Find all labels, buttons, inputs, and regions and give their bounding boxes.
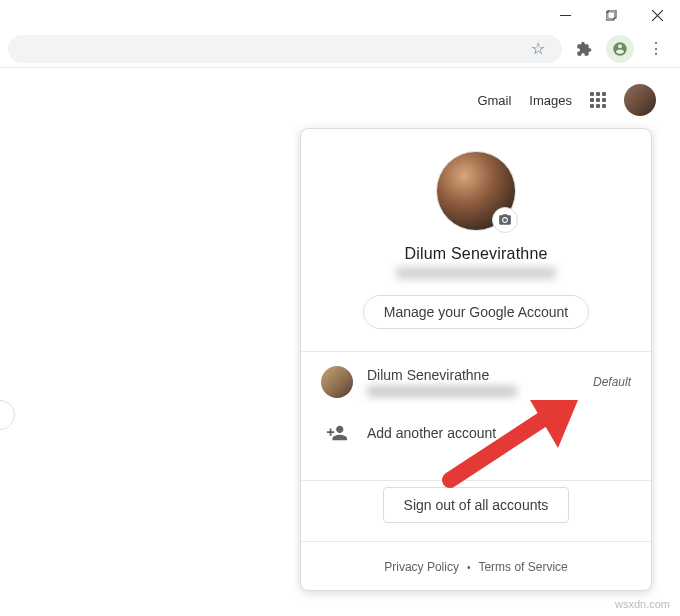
- menu-icon[interactable]: ⋮: [642, 35, 670, 63]
- watermark: wsxdn.com: [615, 598, 670, 610]
- account-info: Dilum Senevirathne: [367, 367, 579, 397]
- divider: [301, 480, 651, 481]
- profile-chip[interactable]: [606, 35, 634, 63]
- add-account-label: Add another account: [367, 425, 496, 441]
- images-link[interactable]: Images: [529, 93, 572, 108]
- account-email: [396, 267, 556, 279]
- browser-toolbar: ☆ ⋮: [0, 30, 680, 68]
- avatar-large: [436, 151, 516, 231]
- page-header: Gmail Images: [477, 84, 656, 116]
- window-controls: [542, 0, 680, 30]
- account-name: Dilum Senevirathne: [404, 245, 547, 263]
- terms-link[interactable]: Terms of Service: [478, 560, 567, 574]
- svg-rect-3: [608, 12, 614, 18]
- add-person-icon: [321, 422, 353, 444]
- star-icon[interactable]: ☆: [524, 35, 552, 63]
- avatar[interactable]: [624, 84, 656, 116]
- privacy-link[interactable]: Privacy Policy: [384, 560, 459, 574]
- svg-rect-0: [560, 15, 571, 16]
- account-row-email: [367, 386, 517, 397]
- minimize-button[interactable]: [542, 0, 588, 30]
- manage-account-button[interactable]: Manage your Google Account: [363, 295, 589, 329]
- signout-button[interactable]: Sign out of all accounts: [383, 487, 570, 523]
- extensions-icon[interactable]: [570, 35, 598, 63]
- gmail-link[interactable]: Gmail: [477, 93, 511, 108]
- apps-icon[interactable]: [590, 92, 606, 108]
- add-account-row[interactable]: Add another account: [301, 408, 651, 458]
- default-label: Default: [593, 375, 631, 389]
- close-button[interactable]: [634, 0, 680, 30]
- separator-dot: •: [467, 562, 471, 573]
- account-row[interactable]: Dilum Senevirathne Default: [301, 352, 651, 408]
- popup-footer: Privacy Policy • Terms of Service: [301, 541, 651, 590]
- maximize-button[interactable]: [588, 0, 634, 30]
- camera-icon[interactable]: [492, 207, 518, 233]
- address-bar[interactable]: ☆: [8, 35, 562, 63]
- account-avatar: [321, 366, 353, 398]
- account-popup: Dilum Senevirathne Manage your Google Ac…: [300, 128, 652, 591]
- account-row-name: Dilum Senevirathne: [367, 367, 579, 383]
- nav-indicator: [0, 400, 15, 430]
